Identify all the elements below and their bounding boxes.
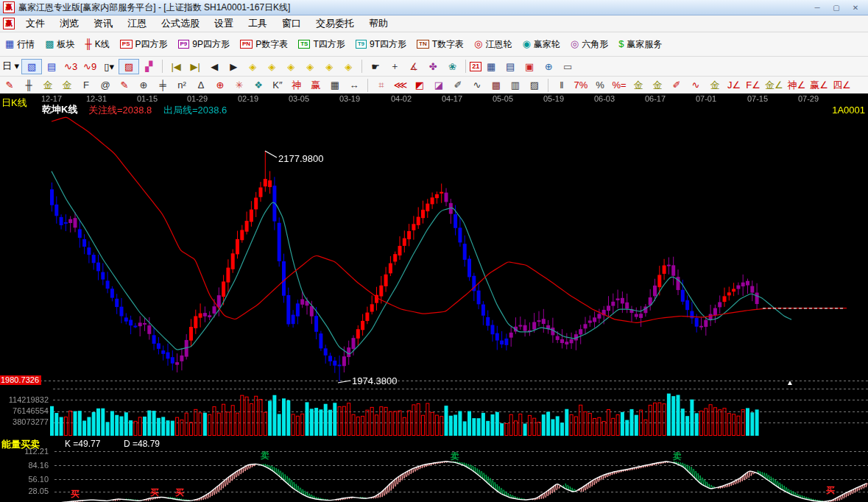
wave-v[interactable]: ∿ [467, 78, 487, 92]
pencil-flag[interactable]: ✐ [667, 78, 686, 92]
zoom-diamond-2[interactable]: ◈ [262, 60, 281, 74]
pencil-red[interactable]: ✎ [0, 78, 19, 92]
gann-wheel-button[interactable]: ◎江恩轮 [469, 36, 517, 53]
n-squared[interactable]: n² [172, 78, 191, 92]
f-angle[interactable]: F∠ [744, 78, 763, 92]
pencil-2[interactable]: ✎ [115, 78, 134, 92]
menu-item-9[interactable]: 帮助 [361, 15, 395, 32]
date-tick-01-29: 01-29 [183, 94, 212, 103]
zoom-diamond-1[interactable]: ◈ [243, 60, 262, 74]
hand-tool[interactable]: ☛ [366, 60, 385, 74]
width-arrows[interactable]: ↔ [345, 78, 364, 92]
kline-button[interactable]: ╫K线 [80, 36, 115, 53]
9p-square-button[interactable]: P99P四方形 [173, 36, 235, 53]
angle-a[interactable]: ∆ [191, 78, 211, 92]
menu-item-2[interactable]: 资讯 [86, 15, 120, 32]
color-chart-icon[interactable]: ▞ [139, 60, 158, 74]
calendar-icon[interactable]: 21 [470, 62, 481, 71]
purple-box[interactable]: ◪ [429, 78, 448, 92]
circle-cross[interactable]: ⊕ [134, 78, 153, 92]
crosshair-tool[interactable]: ＋ [385, 58, 404, 74]
gold-angle[interactable]: 金∠ [763, 77, 786, 93]
candle-style-dropdown[interactable]: ▯▾ [99, 60, 119, 74]
box-rays[interactable]: ◩ [410, 78, 429, 92]
save-icon[interactable]: ▣ [520, 60, 539, 74]
zoom-diamond-5[interactable]: ◈ [320, 60, 339, 74]
menu-item-5[interactable]: 设置 [207, 15, 241, 32]
calculator-icon[interactable]: ▦ [481, 60, 501, 74]
step-back[interactable]: ◀ [205, 60, 224, 74]
menu-item-1[interactable]: 浏览 [52, 15, 86, 32]
percent[interactable]: % [590, 78, 610, 92]
sectors-button[interactable]: ▩板块 [40, 36, 80, 53]
cycle-tool[interactable]: ❀ [442, 60, 462, 74]
ying-angle[interactable]: 赢∠ [808, 77, 830, 93]
rays[interactable]: ⋘ [391, 78, 410, 92]
t-number-table-button[interactable]: TNT数字表 [412, 36, 469, 53]
chart-pattern-icon[interactable]: ▧ [21, 59, 42, 74]
gold-under[interactable]: 金 [705, 77, 724, 93]
shen[interactable]: 神 [287, 77, 306, 93]
spiral[interactable]: @ [96, 78, 115, 92]
step-forward[interactable]: ▶ [224, 60, 243, 74]
zoom-diamond-6[interactable]: ◈ [339, 60, 358, 74]
period-day-dropdown[interactable]: 日 ▾ [0, 58, 21, 74]
jump-last[interactable]: ▶| [186, 60, 205, 74]
f-grid[interactable]: F [77, 78, 96, 92]
k-marks[interactable]: K″ [268, 78, 287, 92]
quotes-button[interactable]: ▦行情 [0, 36, 40, 53]
bar-grid[interactable]: ▥ [506, 78, 525, 92]
j-angle[interactable]: J∠ [724, 78, 744, 92]
gold-grid-1[interactable]: 金 [38, 77, 57, 93]
wave-box[interactable]: ∿ [686, 78, 705, 92]
wave-3-icon[interactable]: ∿3 [61, 60, 80, 74]
gold-line[interactable]: 金 [648, 77, 667, 93]
target-red[interactable]: ⊕ [211, 78, 230, 92]
hatch-lines[interactable]: ▨ [525, 78, 544, 92]
dense-grid[interactable]: ▩ [487, 78, 506, 92]
notepad-icon[interactable]: ▤ [501, 60, 520, 74]
shen-angle[interactable]: 神∠ [786, 77, 808, 93]
gann-tool[interactable]: ✤ [423, 60, 442, 74]
hexagon-button[interactable]: ◎六角形 [565, 36, 613, 53]
grid-123[interactable]: ▦ [325, 78, 345, 92]
angle-measure-tool[interactable]: ∡ [404, 60, 423, 74]
window-control-2[interactable]: ✕ [849, 4, 862, 12]
network-icon[interactable]: ⊕ [539, 60, 558, 74]
percent-line[interactable]: %= [610, 78, 629, 92]
si-angle[interactable]: 四∠ [830, 77, 853, 93]
9t-square-button[interactable]: T99T四方形 [350, 36, 412, 53]
menu-item-0[interactable]: 文件 [18, 15, 52, 32]
window-control-0[interactable]: ─ [811, 4, 824, 12]
print-icon[interactable]: ▭ [558, 60, 577, 74]
wave-9-icon[interactable]: ∿9 [80, 60, 99, 74]
menu-item-6[interactable]: 工具 [241, 15, 275, 32]
zoom-diamond-3[interactable]: ◈ [281, 60, 300, 74]
percent-7[interactable]: 7% [571, 78, 590, 92]
jump-first[interactable]: |◀ [166, 60, 186, 74]
window-control-1[interactable]: ▢ [830, 4, 843, 12]
qiankun-kline-icon[interactable]: ▨ [119, 59, 139, 74]
report-icon[interactable]: ▤ [42, 60, 61, 74]
p-square-button[interactable]: PSP四方形 [115, 36, 173, 53]
menu-item-4[interactable]: 公式选股 [154, 15, 207, 32]
menu-item-3[interactable]: 江恩 [120, 15, 154, 32]
pen-angle[interactable]: ✐ [448, 78, 467, 92]
corner-grid[interactable]: ⌗ [372, 78, 391, 93]
gold-circle[interactable]: 金 [629, 77, 648, 93]
t-square-button[interactable]: TST四方形 [293, 36, 350, 53]
hash[interactable]: ╪ [153, 78, 172, 92]
ying[interactable]: 赢 [306, 77, 325, 93]
radial-web[interactable]: ✳ [230, 78, 249, 92]
bars-compare[interactable]: ‖ [552, 78, 571, 92]
menu-item-8[interactable]: 交易委托 [308, 15, 361, 32]
p-number-table-button[interactable]: PNP数字表 [235, 36, 293, 53]
grid-lines[interactable]: ╫ [19, 78, 38, 92]
9p-square-icon: P9 [178, 40, 190, 49]
winner-service-button[interactable]: $赢家服务 [613, 36, 667, 53]
gold-grid-2[interactable]: 金 [57, 77, 77, 93]
zoom-diamond-4[interactable]: ◈ [300, 60, 320, 74]
winner-wheel-button[interactable]: ◉赢家轮 [517, 36, 565, 53]
menu-item-7[interactable]: 窗口 [275, 15, 308, 32]
web-grid[interactable]: ❖ [249, 78, 268, 92]
